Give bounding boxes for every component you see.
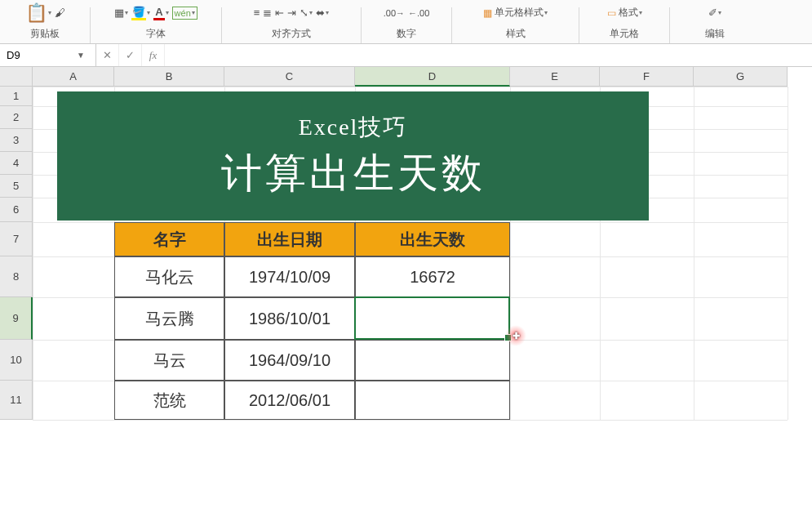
select-all-corner[interactable]	[0, 67, 33, 87]
formula-bar: ▼ ✕ ✓ fx	[0, 44, 812, 67]
merge-icon[interactable]: ⬌▾	[316, 7, 329, 19]
indent-dec-icon[interactable]: ⇤	[275, 7, 284, 19]
cell-name-0[interactable]: 马化云	[114, 256, 224, 297]
cell-date-3[interactable]: 2012/06/01	[224, 381, 355, 420]
ribbon-group-styles: 样式	[452, 25, 579, 43]
banner-title: 计算出生天数	[221, 146, 486, 201]
border-icon[interactable]: ▦▾	[114, 7, 128, 19]
cell-name-1[interactable]: 马云腾	[114, 297, 224, 340]
table-header-2[interactable]: 出生天数	[355, 222, 510, 256]
orientation-icon[interactable]: ⤡▾	[300, 7, 313, 19]
fill-color-icon[interactable]: 🪣▾	[131, 6, 150, 20]
column-header-B[interactable]: B	[114, 67, 224, 87]
format-button[interactable]: ▭格式▾	[607, 6, 642, 20]
name-box-dropdown[interactable]: ▼	[73, 51, 88, 60]
cell-days-1[interactable]	[355, 297, 510, 340]
cell-date-0[interactable]: 1974/10/09	[224, 256, 355, 297]
row-header-9[interactable]: 9	[0, 297, 33, 340]
ribbon-group-align: 对齐方式	[222, 25, 361, 43]
banner-subtitle: Excel技巧	[299, 112, 408, 143]
row-header-11[interactable]: 11	[0, 381, 33, 420]
cell-days-2[interactable]	[355, 340, 510, 381]
row-header-5[interactable]: 5	[0, 175, 33, 198]
paste-icon[interactable]: 📋▾	[25, 2, 51, 24]
align-left-icon[interactable]: ≡	[254, 7, 260, 19]
cell-date-1[interactable]: 1986/10/01	[224, 297, 355, 340]
row-header-2[interactable]: 2	[0, 106, 33, 129]
row-header-3[interactable]: 3	[0, 129, 33, 152]
cursor-indicator	[505, 325, 526, 346]
clear-icon[interactable]: ✐▾	[708, 7, 721, 19]
cell-date-2[interactable]: 1964/09/10	[224, 340, 355, 381]
name-box-input[interactable]	[0, 49, 73, 61]
ribbon-group-editing: 编辑	[670, 25, 760, 43]
column-header-F[interactable]: F	[600, 67, 694, 87]
table-header-1[interactable]: 出生日期	[224, 222, 355, 256]
cell-name-2[interactable]: 马云	[114, 340, 224, 381]
cell-days-0[interactable]: 16672	[355, 256, 510, 297]
align-center-icon[interactable]: ≣	[263, 7, 272, 19]
inc-decimal-icon[interactable]: .00→	[384, 8, 405, 18]
row-header-1[interactable]: 1	[0, 87, 33, 106]
column-header-A[interactable]: A	[33, 67, 114, 87]
row-header-4[interactable]: 4	[0, 152, 33, 175]
fx-icon[interactable]: fx	[142, 44, 165, 66]
brush-icon[interactable]: 🖌	[55, 7, 65, 19]
row-header-6[interactable]: 6	[0, 198, 33, 222]
ribbon-group-clipboard: 剪贴板	[0, 25, 90, 43]
column-header-C[interactable]: C	[224, 67, 355, 87]
cell-styles-button[interactable]: ▦单元格样式▾	[483, 6, 548, 20]
phonetic-icon[interactable]: wén▾	[172, 7, 197, 20]
cell-name-3[interactable]: 范统	[114, 381, 224, 420]
ribbon-group-font: 字体	[91, 25, 221, 43]
column-header-D[interactable]: D	[355, 67, 510, 87]
row-header-10[interactable]: 10	[0, 340, 33, 381]
row-header-7[interactable]: 7	[0, 222, 33, 256]
column-header-E[interactable]: E	[510, 67, 600, 87]
title-banner: Excel技巧计算出生天数	[57, 91, 649, 221]
font-color-icon[interactable]: A▾	[153, 6, 168, 20]
spreadsheet-grid[interactable]: ABCDEFG 1234567891011 Excel技巧计算出生天数名字出生日…	[0, 67, 812, 508]
ribbon-group-cells: 单元格	[579, 25, 669, 43]
formula-input[interactable]	[165, 44, 812, 66]
accept-formula-icon[interactable]: ✓	[119, 44, 142, 66]
ribbon-group-number: 数字	[362, 25, 451, 43]
table-header-0[interactable]: 名字	[114, 222, 224, 256]
column-header-G[interactable]: G	[694, 67, 788, 87]
cell-days-3[interactable]	[355, 381, 510, 420]
dec-decimal-icon[interactable]: ←.00	[408, 8, 429, 18]
indent-inc-icon[interactable]: ⇥	[287, 7, 296, 19]
ribbon: 📋▾ 🖌 剪贴板 ▦▾ 🪣▾ A▾ wén▾ 字体 ≡ ≣ ⇤ ⇥ ⤡▾ ⬌▾ …	[0, 0, 812, 44]
name-box[interactable]: ▼	[0, 44, 96, 66]
row-header-8[interactable]: 8	[0, 256, 33, 297]
cancel-formula-icon[interactable]: ✕	[96, 44, 119, 66]
